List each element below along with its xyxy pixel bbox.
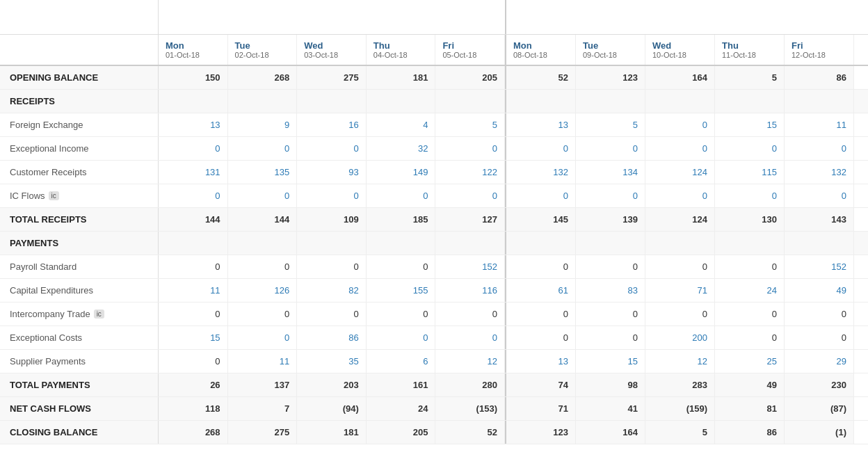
col-header-tue-02-Oct-18: Tue 02-Oct-18 <box>228 35 298 65</box>
forecast-cell-foreign-exchange-4: 11 <box>785 113 854 136</box>
forecast-cell-payments-header-3 <box>715 232 785 255</box>
actuals-cell-customer-receipts-2: 93 <box>297 161 367 184</box>
actuals-column-headers: Mon 01-Oct-18 Tue 02-Oct-18 Wed 03-Oct-1… <box>159 35 506 65</box>
actuals-cell-foreign-exchange-4: 5 <box>435 113 505 136</box>
col-header-wed-10-Oct-18: Wed 10-Oct-18 <box>645 35 715 65</box>
col-header-thu-11-Oct-18: Thu 11-Oct-18 <box>715 35 785 65</box>
forecast-cell-intercompany-trade-3: 0 <box>715 303 785 325</box>
forecast-cell-capital-expenditures-3: 24 <box>715 279 785 302</box>
actuals-cells-exceptional-income: 000320 <box>159 137 506 160</box>
actuals-cell-payments-header-0 <box>159 232 228 255</box>
forecast-cell-exceptional-income-1: 0 <box>576 137 645 160</box>
col-date: 05-Oct-18 <box>442 51 497 59</box>
forecast-cell-closing-balance-4: (1) <box>785 421 854 444</box>
actuals-cell-foreign-exchange-3: 4 <box>367 113 436 136</box>
col-day: Mon <box>513 40 568 51</box>
col-header-mon-08-Oct-18: Mon 08-Oct-18 <box>506 35 576 65</box>
forecast-cell-supplier-payments-2: 12 <box>645 350 715 373</box>
forecast-cell-closing-balance-1: 164 <box>576 421 645 444</box>
col-headers-left-spacer <box>0 35 159 65</box>
actuals-cell-closing-balance-2: 181 <box>297 421 367 444</box>
actuals-cell-foreign-exchange-2: 16 <box>297 113 367 136</box>
cells-closing-balance: 26827518120552123164586(1) <box>159 421 868 444</box>
forecast-cell-receipts-header-4 <box>785 90 854 113</box>
actuals-cell-ic-flows-2: 0 <box>297 184 367 207</box>
label-total-receipts: TOTAL RECEIPTS <box>0 208 159 231</box>
actuals-cell-receipts-header-3 <box>367 90 436 113</box>
forecast-cell-opening-balance-2: 164 <box>645 66 715 89</box>
label-text-total-payments: TOTAL PAYMENTS <box>10 380 90 390</box>
label-text-exceptional-income: Exceptional Income <box>10 143 88 154</box>
actuals-cell-payments-header-3 <box>367 232 436 255</box>
row-intercompany-trade: Intercompany Tradeic0000000000 <box>0 303 868 326</box>
forecast-cell-intercompany-trade-4: 0 <box>785 303 854 325</box>
col-header-mon-01-Oct-18: Mon 01-Oct-18 <box>159 35 228 65</box>
ic-badge: ic <box>49 191 59 200</box>
actuals-cell-capital-expenditures-4: 116 <box>435 279 505 302</box>
label-supplier-payments: Supplier Payments <box>0 350 159 373</box>
forecast-cell-payroll-standard-0: 0 <box>506 255 576 278</box>
actuals-cell-net-cash-flows-4: (153) <box>435 397 505 420</box>
actuals-cell-customer-receipts-4: 122 <box>435 161 505 184</box>
forecast-cell-net-cash-flows-1: 41 <box>576 397 645 420</box>
forecast-cell-capital-expenditures-2: 71 <box>645 279 715 302</box>
actuals-cell-payroll-standard-1: 0 <box>228 255 298 278</box>
actuals-cell-intercompany-trade-3: 0 <box>367 303 436 325</box>
forecast-cell-foreign-exchange-0: 13 <box>506 113 576 136</box>
col-day: Tue <box>235 40 290 51</box>
actuals-cell-foreign-exchange-1: 9 <box>228 113 298 136</box>
forecast-cell-ic-flows-2: 0 <box>645 184 715 207</box>
forecast-cell-total-receipts-4: 143 <box>785 208 854 231</box>
label-intercompany-trade: Intercompany Tradeic <box>0 303 159 325</box>
col-day: Tue <box>583 40 638 51</box>
main-container: Mon 01-Oct-18 Tue 02-Oct-18 Wed 03-Oct-1… <box>0 0 868 475</box>
label-opening-balance: OPENING BALANCE <box>0 66 159 89</box>
actuals-cell-receipts-header-2 <box>297 90 367 113</box>
forecast-cell-opening-balance-1: 123 <box>576 66 645 89</box>
forecast-cell-payroll-standard-3: 0 <box>715 255 785 278</box>
cells-customer-receipts: 13113593149122132134124115132 <box>159 161 868 184</box>
forecast-cell-total-receipts-3: 130 <box>715 208 785 231</box>
col-date: 12-Oct-18 <box>791 51 846 59</box>
section-titles-row <box>0 0 868 35</box>
actuals-cells-opening-balance: 150268275181205 <box>159 66 506 89</box>
label-ic-flows: IC Flowsic <box>0 184 159 207</box>
row-foreign-exchange: Foreign Exchange139164513501511 <box>0 113 868 137</box>
cells-supplier-payments: 011356121315122529 <box>159 350 868 373</box>
row-payroll-standard: Payroll Standard00001520000152 <box>0 255 868 279</box>
actuals-cells-foreign-exchange: 1391645 <box>159 113 506 136</box>
label-text-total-receipts: TOTAL RECEIPTS <box>10 214 87 225</box>
forecast-cell-total-payments-2: 283 <box>645 373 715 396</box>
col-date: 04-Oct-18 <box>373 51 428 59</box>
actuals-cell-total-receipts-1: 144 <box>228 208 298 231</box>
forecast-cell-closing-balance-3: 86 <box>715 421 785 444</box>
forecast-cell-payments-header-0 <box>506 232 576 255</box>
label-exceptional-costs: Exceptional Costs <box>0 326 159 349</box>
actuals-cells-closing-balance: 26827518120552 <box>159 421 506 444</box>
cells-opening-balance: 15026827518120552123164586 <box>159 66 868 89</box>
col-date: 03-Oct-18 <box>304 51 359 59</box>
forecast-cells-capital-expenditures: 6183712449 <box>506 279 868 302</box>
forecast-cell-receipts-header-0 <box>506 90 576 113</box>
actuals-cell-opening-balance-0: 150 <box>159 66 228 89</box>
cells-foreign-exchange: 139164513501511 <box>159 113 868 136</box>
forecast-cells-customer-receipts: 132134124115132 <box>506 161 868 184</box>
forecast-cell-foreign-exchange-3: 15 <box>715 113 785 136</box>
forecast-cells-intercompany-trade: 00000 <box>506 303 868 325</box>
forecast-cell-receipts-header-2 <box>645 90 715 113</box>
row-receipts-header: RECEIPTS <box>0 90 868 113</box>
actuals-cell-closing-balance-4: 52 <box>435 421 505 444</box>
actuals-cell-supplier-payments-1: 11 <box>228 350 298 373</box>
forecast-cell-payroll-standard-4: 152 <box>785 255 854 278</box>
actuals-cell-exceptional-costs-4: 0 <box>435 326 505 349</box>
forecast-cells-total-receipts: 145139124130143 <box>506 208 868 231</box>
forecast-cell-exceptional-costs-4: 0 <box>785 326 854 349</box>
actuals-cell-receipts-header-0 <box>159 90 228 113</box>
col-header-fri-12-Oct-18: Fri 12-Oct-18 <box>785 35 854 65</box>
forecast-cell-total-receipts-2: 124 <box>645 208 715 231</box>
col-date: 09-Oct-18 <box>583 51 638 59</box>
forecast-cells-opening-balance: 52123164586 <box>506 66 868 89</box>
forecast-cell-ic-flows-4: 0 <box>785 184 854 207</box>
forecast-cell-opening-balance-4: 86 <box>785 66 854 89</box>
actuals-cells-total-payments: 26137203161280 <box>159 373 506 396</box>
